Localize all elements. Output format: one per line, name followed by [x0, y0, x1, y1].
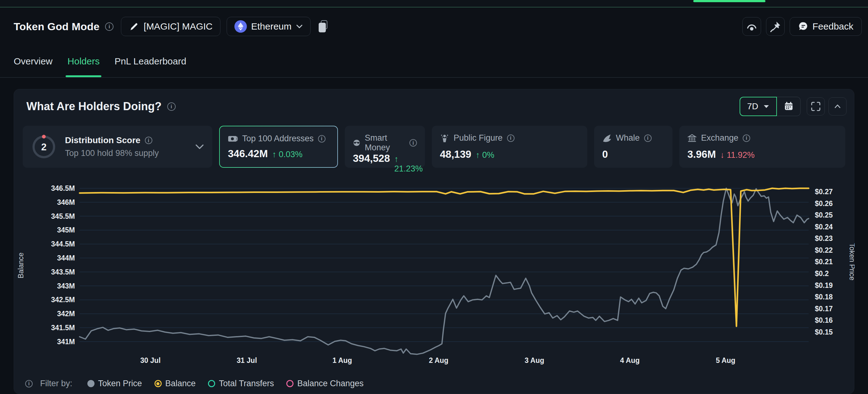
tab-overview[interactable]: Overview	[14, 46, 53, 77]
svg-text:Balance: Balance	[17, 252, 25, 278]
tab-pnl-leaderboard[interactable]: PnL Leaderboard	[115, 46, 186, 77]
filter-option-total-transfers[interactable]: Total Transfers	[208, 379, 274, 388]
exchange-icon	[687, 134, 697, 143]
header: Token God Mode [MAGIC] MAGIC Ethereum Fe…	[0, 7, 868, 46]
filter-option-balance-changes[interactable]: Balance Changes	[286, 379, 364, 388]
tab-holders[interactable]: Holders	[67, 46, 99, 77]
top-strip	[0, 0, 868, 7]
panel-title: What Are Holders Doing?	[26, 100, 162, 113]
svg-text:341.5M: 341.5M	[51, 323, 75, 332]
svg-text:$0.27: $0.27	[815, 188, 833, 196]
filter-option-label: Token Price	[98, 379, 142, 388]
stat-card-smart-money[interactable]: Smart Money 394,528 ↑ 21.23%	[345, 126, 425, 168]
info-icon[interactable]	[318, 135, 326, 143]
svg-text:$0.17: $0.17	[815, 305, 833, 313]
stat-subtitle: Top 100 hold 98% supply	[65, 148, 187, 158]
stat-value: 394,528	[353, 152, 390, 164]
whale-icon	[602, 134, 612, 143]
stat-title: Whale	[616, 133, 640, 143]
svg-text:1 Aug: 1 Aug	[332, 356, 352, 364]
calendar-button[interactable]	[777, 97, 801, 116]
gauge-icon: 2	[31, 134, 57, 160]
stat-value: 48,139	[440, 148, 471, 160]
watch-icon	[745, 21, 758, 32]
pin-icon	[770, 21, 781, 32]
panel-header: What Are Holders Doing? 7D	[26, 96, 846, 117]
svg-text:346.5M: 346.5M	[51, 184, 75, 192]
feedback-button[interactable]: Feedback	[789, 17, 862, 36]
svg-text:2 Aug: 2 Aug	[429, 356, 448, 364]
distribution-score-value: 2	[41, 142, 46, 152]
range-group: 7D	[740, 97, 801, 116]
svg-text:$0.24: $0.24	[815, 223, 833, 231]
balance-changes-ring-icon	[286, 380, 293, 387]
svg-text:345M: 345M	[57, 226, 75, 234]
info-icon[interactable]	[743, 135, 750, 142]
svg-text:344.5M: 344.5M	[51, 240, 75, 248]
stat-title: Smart Money	[365, 133, 405, 152]
chevron-up-icon	[832, 101, 843, 112]
stat-title: Distribution Score	[65, 135, 141, 145]
stat-card-row: 2 Distribution Score Top 100 hold 98% su…	[23, 126, 845, 168]
svg-text:$0.26: $0.26	[815, 199, 833, 207]
stat-card-exchange[interactable]: Exchange 3.96M ↓ 11.92%	[679, 126, 845, 168]
svg-text:343M: 343M	[57, 282, 75, 290]
stat-card-top-100-addresses[interactable]: Top 100 Addresses 346.42M ↑ 0.03%	[219, 126, 338, 168]
tabbar: Overview Holders PnL Leaderboard	[0, 46, 868, 78]
filter-option-token-price[interactable]: Token Price	[87, 379, 142, 388]
feedback-bubble-icon	[798, 21, 809, 32]
svg-text:341M: 341M	[57, 338, 75, 346]
stat-delta: ↓ 11.92%	[720, 150, 755, 160]
network-dropdown[interactable]: Ethereum	[227, 17, 311, 36]
range-dropdown[interactable]: 7D	[740, 97, 777, 116]
filter-option-balance[interactable]: Balance	[155, 379, 196, 388]
info-icon[interactable]	[167, 103, 176, 111]
token-pill-label: [MAGIC] MAGIC	[144, 21, 213, 32]
collapse-button[interactable]	[829, 97, 846, 115]
chevron-down-icon[interactable]	[195, 144, 204, 150]
watchlist-button[interactable]	[742, 17, 761, 36]
svg-text:342.5M: 342.5M	[51, 296, 75, 304]
stat-title: Public Figure	[454, 133, 503, 143]
network-label: Ethereum	[251, 21, 291, 32]
pencil-icon	[129, 21, 139, 32]
progress-bar	[693, 0, 766, 2]
ethereum-icon	[235, 20, 247, 33]
svg-text:5 Aug: 5 Aug	[716, 356, 735, 364]
copy-icon[interactable]	[319, 20, 328, 33]
pin-button[interactable]	[766, 17, 785, 36]
svg-text:3 Aug: 3 Aug	[525, 356, 545, 364]
fullscreen-button[interactable]	[807, 97, 825, 115]
holders-panel: What Are Holders Doing? 7D	[14, 89, 854, 394]
info-icon[interactable]	[409, 139, 417, 147]
stat-card-distribution-score[interactable]: 2 Distribution Score Top 100 hold 98% su…	[23, 126, 212, 168]
svg-text:$0.19: $0.19	[815, 281, 833, 289]
svg-text:$0.21: $0.21	[815, 258, 833, 266]
chevron-down-icon	[763, 105, 770, 109]
token-select-button[interactable]: [MAGIC] MAGIC	[121, 17, 220, 36]
public-figure-icon	[440, 134, 449, 143]
svg-text:$0.18: $0.18	[815, 293, 833, 301]
svg-text:344M: 344M	[57, 254, 75, 262]
filter-option-label: Balance	[165, 379, 196, 388]
holders-balance-price-chart[interactable]: 346.5M346M345.5M345M344.5M344M343.5M343M…	[14, 184, 855, 377]
svg-text:345.5M: 345.5M	[51, 212, 75, 220]
filter-label: Filter by:	[40, 379, 72, 388]
svg-text:4 Aug: 4 Aug	[620, 356, 640, 364]
svg-text:343.5M: 343.5M	[51, 268, 75, 276]
stat-card-public-figure[interactable]: Public Figure 48,139 ↑ 0%	[432, 126, 587, 168]
info-icon[interactable]	[507, 135, 515, 142]
svg-text:31 Jul: 31 Jul	[237, 356, 257, 364]
stat-delta: ↑ 0.03%	[272, 150, 303, 159]
svg-text:30 Jul: 30 Jul	[140, 356, 160, 364]
stat-card-whale[interactable]: Whale 0	[594, 126, 673, 168]
filter-option-label: Balance Changes	[297, 379, 364, 388]
svg-text:$0.2: $0.2	[815, 270, 829, 278]
filter-option-label: Total Transfers	[219, 379, 274, 388]
info-icon[interactable]	[644, 135, 652, 142]
info-icon[interactable]	[25, 380, 33, 388]
info-icon[interactable]	[105, 22, 114, 31]
info-icon[interactable]	[145, 137, 152, 144]
svg-text:$0.22: $0.22	[815, 246, 833, 254]
stat-value: 0	[602, 148, 608, 160]
